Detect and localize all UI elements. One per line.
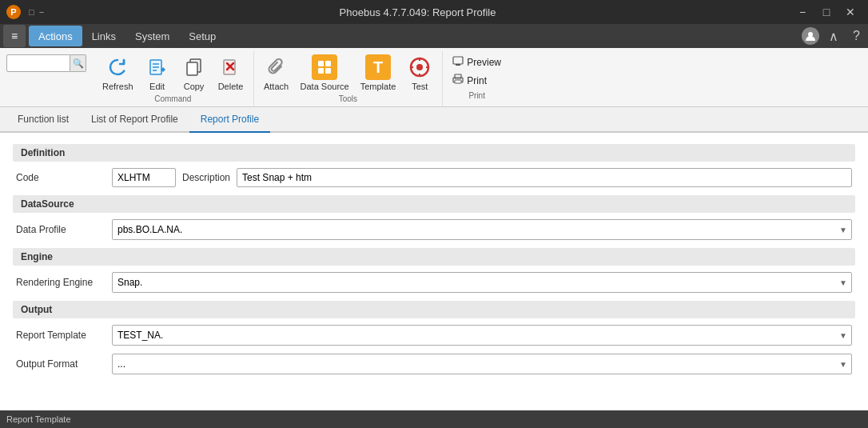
refresh-icon [105, 54, 130, 80]
ribbon-search-input[interactable] [6, 54, 70, 72]
app-icon: P [6, 5, 21, 19]
test-icon [407, 54, 432, 80]
data-profile-label: Data Profile [16, 224, 112, 235]
menu-item-setup[interactable]: Setup [179, 26, 225, 46]
tab-function-list[interactable]: Function list [6, 107, 80, 133]
help-button[interactable]: ? [848, 27, 865, 45]
report-template-row: Report Template TEST_NA. ▼ [13, 325, 855, 346]
description-input[interactable] [237, 168, 852, 187]
ribbon-print-group: Preview Print Print [443, 51, 511, 103]
maximize-button[interactable]: □ [815, 3, 838, 21]
test-label: Test [412, 82, 428, 91]
delete-label: Delete [218, 82, 244, 91]
svg-rect-24 [455, 80, 461, 83]
window-title: Phoebus 4.7.7.049: Report Profile [44, 6, 791, 18]
rendering-engine-select[interactable]: Snap. [112, 272, 852, 293]
attach-icon [264, 54, 289, 80]
svg-rect-11 [325, 61, 331, 66]
tab-report-profile[interactable]: Report Profile [189, 107, 270, 133]
engine-row: Rendering Engine Snap. ▼ [13, 272, 855, 293]
print-label: Print [467, 75, 487, 86]
app-logo: ≡ [3, 25, 26, 47]
output-format-row: Output Format ... ▼ [13, 354, 855, 374]
svg-rect-6 [187, 62, 197, 75]
datasource-section-header: DataSource [13, 195, 855, 213]
template-label: Template [360, 82, 396, 91]
description-label: Description [182, 172, 230, 183]
menu-right: ∧ ? [802, 27, 865, 46]
datasource-label: Data Source [301, 82, 349, 91]
definition-section-header: Definition [13, 144, 855, 162]
delete-icon [218, 54, 244, 80]
refresh-button[interactable]: Refresh [98, 51, 138, 93]
report-template-select[interactable]: TEST_NA. [112, 325, 852, 346]
svg-rect-21 [456, 64, 460, 66]
code-label: Code [16, 172, 112, 183]
close-button[interactable]: ✕ [839, 3, 862, 21]
attach-button[interactable]: Attach [259, 51, 294, 93]
test-button[interactable]: Test [402, 51, 437, 93]
edit-button[interactable]: Edit [140, 51, 175, 93]
refresh-label: Refresh [102, 82, 133, 91]
edit-label: Edit [149, 82, 165, 91]
copy-label: Copy [184, 82, 205, 91]
preview-icon [452, 55, 464, 69]
window-controls: − □ ✕ [791, 3, 862, 21]
engine-section-header: Engine [13, 248, 855, 266]
main-content: Definition Code Description DataSource D… [0, 133, 868, 426]
copy-button[interactable]: Copy [177, 51, 212, 93]
title-bar: P □ − Phoebus 4.7.7.049: Report Profile … [0, 0, 868, 24]
svg-rect-12 [318, 68, 324, 74]
tools-group-label: Tools [339, 94, 357, 106]
collapse-ribbon-button[interactable]: ∧ [824, 27, 843, 46]
attach-label: Attach [264, 82, 289, 91]
title-bar-square[interactable]: □ [29, 7, 34, 17]
menu-item-links[interactable]: Links [82, 26, 125, 46]
print-button[interactable]: Print [448, 71, 506, 90]
report-template-label: Report Template [16, 330, 112, 341]
data-profile-select-wrap: pbs.BO.LA.NA. ▼ [112, 219, 852, 240]
command-buttons: Refresh Edit [98, 51, 249, 93]
definition-row: Code Description [13, 168, 855, 187]
ribbon: 🔍 Refresh [0, 48, 868, 107]
output-format-select-wrap: ... ▼ [112, 354, 852, 374]
copy-icon [181, 54, 207, 80]
menu-item-system[interactable]: System [125, 26, 179, 46]
ribbon-search-button[interactable]: 🔍 [70, 54, 86, 72]
rendering-engine-select-wrap: Snap. ▼ [112, 272, 852, 293]
tools-buttons: Attach Data Source [259, 51, 438, 93]
status-text: Report Template [6, 414, 71, 424]
datasource-icon [312, 54, 337, 80]
datasource-row: Data Profile pbs.BO.LA.NA. ▼ [13, 219, 855, 240]
svg-rect-13 [325, 68, 331, 74]
svg-rect-10 [318, 61, 324, 66]
template-icon: T [365, 54, 391, 80]
tab-bar: Function list List of Report Profile Rep… [0, 107, 868, 133]
user-avatar [802, 27, 819, 45]
edit-icon [145, 54, 170, 80]
svg-rect-20 [453, 57, 463, 64]
output-format-label: Output Format [16, 358, 112, 370]
ribbon-tools-group: Attach Data Source [254, 51, 444, 106]
title-bar-left: P □ − [6, 5, 44, 19]
minimize-button[interactable]: − [791, 3, 814, 21]
output-section-header: Output [13, 301, 855, 318]
rendering-engine-label: Rendering Engine [16, 277, 112, 288]
datasource-button[interactable]: Data Source [296, 51, 354, 93]
tab-list-report-profile[interactable]: List of Report Profile [80, 107, 189, 133]
menu-item-actions[interactable]: Actions [29, 26, 82, 46]
output-format-select[interactable]: ... [112, 354, 852, 374]
svg-point-15 [416, 64, 423, 70]
ribbon-command-group: Refresh Edit [93, 51, 254, 106]
template-button[interactable]: T Template [356, 51, 401, 93]
preview-button[interactable]: Preview [448, 53, 506, 71]
delete-button[interactable]: Delete [213, 51, 249, 93]
ribbon-search: 🔍 [6, 54, 86, 72]
command-group-label: Command [154, 94, 191, 106]
print-group-label: Print [448, 91, 506, 103]
data-profile-select[interactable]: pbs.BO.LA.NA. [112, 219, 852, 240]
code-input[interactable] [112, 168, 176, 187]
report-template-select-wrap: TEST_NA. ▼ [112, 325, 852, 346]
menu-bar: ≡ Actions Links System Setup ∧ ? [0, 24, 868, 48]
status-bar: Report Template [0, 410, 868, 428]
